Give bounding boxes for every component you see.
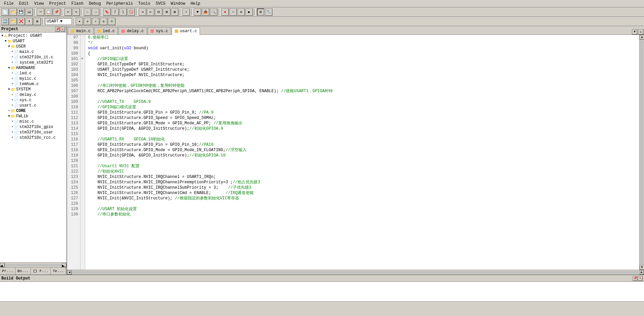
tree-stm32f10x-it[interactable]: + 📄 stm32f10x_it.c	[1, 55, 66, 60]
scroll-left-btn[interactable]: ◀	[0, 263, 5, 267]
close-folds-button[interactable]: ⊠	[171, 8, 178, 16]
stop-debug-button[interactable]: ○	[229, 8, 237, 16]
all-folds-button[interactable]: ⊟	[155, 8, 162, 16]
tree-led-c[interactable]: + 📄 led.c	[1, 71, 66, 76]
proj-tab-project[interactable]: Pr...	[0, 267, 15, 274]
open-project-button[interactable]: 📂	[9, 18, 17, 25]
prev-bookmark-button[interactable]: ⤴	[111, 8, 119, 16]
tree-core-folder[interactable]: + 📁 CORE	[1, 108, 66, 114]
project-close-button[interactable]: ✕	[60, 27, 65, 31]
dropdown-arrow[interactable]: ▼	[194, 8, 201, 16]
tree-rcc[interactable]: + 📄 stm32f10x_rcc.c	[1, 135, 66, 140]
tree-fwlib-folder[interactable]: ▼ 📁 FWLib	[1, 114, 66, 119]
tree-delay-c[interactable]: + 📄 delay.c	[1, 92, 66, 98]
tree-misc-c[interactable]: + 📄 misc.c	[1, 119, 66, 124]
start-debug-button[interactable]: ●	[221, 8, 229, 16]
tab-delay-c[interactable]: delay.c	[118, 27, 147, 35]
hscroll-left-btn[interactable]: ◀	[67, 270, 72, 274]
tree-usar[interactable]: + 📄 stm32f10x_usar	[1, 130, 66, 135]
close-project-button[interactable]: ❌	[17, 18, 25, 25]
save-button[interactable]: 💾	[17, 8, 25, 16]
open-folds-button[interactable]: ⊞	[163, 8, 170, 16]
target-dropdown[interactable]: USART ▼	[45, 18, 72, 25]
project-pin-button[interactable]: 📌	[55, 27, 60, 31]
indent-button[interactable]: ⇥	[139, 8, 146, 16]
tab-usart-c[interactable]: usart.c	[172, 27, 200, 35]
redo-button[interactable]: ↪	[72, 8, 80, 16]
batch-button[interactable]: ⚡	[182, 8, 190, 16]
next-bookmark-button[interactable]: ⤵	[119, 8, 127, 16]
cut-button[interactable]: ✂	[37, 8, 44, 16]
code-content[interactable]: 6.使能串口 */ void uart_init(u32 bound) { //…	[85, 35, 639, 270]
tree-main-c[interactable]: + 📄 main.c	[1, 49, 66, 55]
build-close-btn[interactable]: ✕	[638, 276, 643, 281]
bookmark-button[interactable]: 🔖	[103, 8, 111, 16]
tree-hardware-folder[interactable]: ▼ 📁 HARDWARE	[1, 65, 66, 71]
tree-myiic-c[interactable]: + 📄 myiic.c	[1, 76, 66, 81]
view-select-button[interactable]: ⊞	[257, 8, 264, 16]
new-button[interactable]: 📄	[1, 8, 9, 16]
scroll-up-btn[interactable]: ▲	[640, 35, 644, 40]
tree-usart[interactable]: ▼ 📁 USART	[1, 39, 66, 44]
menu-debug[interactable]: Debug	[86, 1, 104, 7]
menu-project[interactable]: Project	[46, 1, 68, 7]
tree-system-folder[interactable]: ▼ 📁 SYSTEM	[1, 87, 66, 92]
menu-tools[interactable]: Tools	[136, 1, 153, 7]
scroll-down-btn[interactable]: ▼	[640, 265, 644, 270]
tab-sys-c[interactable]: sys.c	[148, 27, 171, 35]
tree-root[interactable]: ▼ 🖧 Project: USART	[1, 33, 66, 39]
debug2-button[interactable]: ◈	[100, 18, 107, 25]
open-button[interactable]: 📂	[9, 8, 17, 16]
save-all-button[interactable]: 🗂	[25, 8, 33, 16]
editor-hscroll[interactable]: ◀ ▶	[67, 270, 644, 274]
proj-tab-templates[interactable]: Te...	[51, 267, 66, 274]
tree-sys-c[interactable]: + 📄 sys.c	[1, 98, 66, 103]
tab-close-btn[interactable]: ✕	[638, 29, 643, 35]
menu-help[interactable]: Help	[188, 1, 203, 7]
menu-view[interactable]: View	[32, 1, 47, 7]
forward-button[interactable]: →	[92, 8, 99, 16]
copy-button[interactable]: 📋	[45, 8, 52, 16]
menu-window[interactable]: Window	[168, 1, 188, 7]
clear-bookmarks-button[interactable]: 🚫	[127, 8, 135, 16]
new-project-button[interactable]: 🆕	[1, 18, 9, 25]
build-pin-btn[interactable]: 📌	[633, 276, 637, 281]
menu-svcs[interactable]: SVCS	[153, 1, 168, 7]
project-hscroll[interactable]: ◀ ▶	[0, 262, 66, 267]
menu-file[interactable]: File	[1, 1, 16, 7]
proj-tab-books[interactable]: Bo...	[15, 267, 31, 274]
run-button[interactable]: ▶	[246, 8, 253, 16]
magnify-button[interactable]: 🔍	[210, 8, 217, 16]
settings-button[interactable]: 🔧	[265, 8, 272, 16]
menu-edit[interactable]: Edit	[16, 1, 32, 7]
code-editor[interactable]: 97 98 99 100 101 102 103 104 105 106 107…	[67, 35, 644, 270]
tree-gpio[interactable]: + 📄 stm32f10x_gpio	[1, 124, 66, 130]
unindent-button[interactable]: ⇤	[147, 8, 154, 16]
scroll-right-btn[interactable]: ▶	[62, 263, 66, 267]
hscroll-thumb[interactable]	[72, 271, 639, 274]
load-icon[interactable]: ▤	[34, 18, 41, 25]
load-button[interactable]: 📥	[202, 8, 209, 16]
reset-button[interactable]: ⊘	[237, 8, 245, 16]
menu-flash[interactable]: Flash	[69, 1, 86, 7]
rebuild-button[interactable]: ✦	[92, 18, 99, 25]
export-button[interactable]: ⬆	[25, 18, 33, 25]
tree-usart-c[interactable]: + 📄 usart.c	[1, 103, 66, 108]
config-button[interactable]: ⚙	[108, 18, 115, 25]
tab-led-c[interactable]: led.c	[94, 27, 118, 35]
tree-system-stm32[interactable]: + 📄 system_stm32f1	[1, 60, 66, 65]
hscroll-right-btn[interactable]: ▶	[639, 270, 644, 274]
scroll-thumb[interactable]	[640, 40, 644, 265]
proj-tab-functions[interactable]: {} F...	[31, 267, 51, 274]
undo-button[interactable]: ↩	[64, 8, 72, 16]
editor-vscroll[interactable]: ▲ ▼	[639, 35, 644, 270]
tab-main-c[interactable]: main.c	[68, 27, 94, 35]
translate-button[interactable]: ✚	[84, 18, 91, 25]
tree-user-folder[interactable]: ▼ 📁 USER	[1, 44, 66, 49]
back-button[interactable]: ←	[84, 8, 91, 16]
tab-dropdown-btn[interactable]: ▼	[632, 29, 637, 35]
tree-temhum-c[interactable]: + 📄 temhum.c	[1, 81, 66, 87]
menu-peripherals[interactable]: Peripherals	[104, 1, 136, 7]
magic-button[interactable]: ✦	[76, 18, 83, 25]
paste-button[interactable]: 📌	[53, 8, 60, 16]
